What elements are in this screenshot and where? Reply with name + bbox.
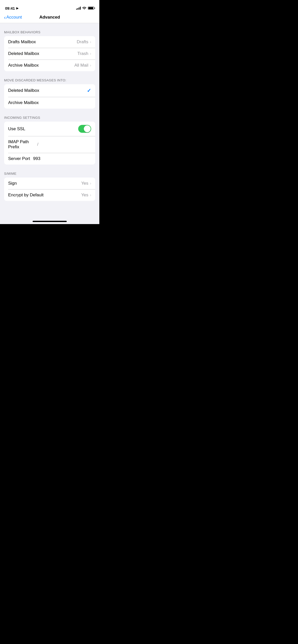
signal-icon <box>76 7 81 10</box>
server-port-row[interactable]: Server Port <box>4 153 95 165</box>
smime-header: S/MIME <box>0 172 99 178</box>
phone-frame: 09:41 ▶ ‹ Acco <box>0 0 99 224</box>
wifi-icon <box>82 6 86 10</box>
deleted-mailbox-checkmark-icon: ✓ <box>87 87 91 94</box>
incoming-settings-section: INCOMING SETTINGS Use SSL IMAP Path Pref… <box>0 116 99 165</box>
deleted-mailbox-option-row[interactable]: Deleted Mailbox ✓ <box>4 84 95 97</box>
smime-card: Sign Yes › Encrypt by Default Yes › <box>4 178 95 201</box>
home-bar <box>33 221 67 222</box>
home-indicator <box>0 218 99 224</box>
status-icons <box>76 6 94 10</box>
drafts-mailbox-value: Drafts › <box>77 39 91 45</box>
server-port-label: Server Port <box>8 156 30 161</box>
use-ssl-row: Use SSL <box>4 122 95 136</box>
encrypt-by-default-label: Encrypt by Default <box>8 193 44 198</box>
sign-value: Yes › <box>81 181 91 186</box>
mailbox-behaviors-card: Drafts Mailbox Drafts › Deleted Mailbox … <box>4 36 95 71</box>
move-discarded-card: Deleted Mailbox ✓ Archive Mailbox <box>4 84 95 109</box>
drafts-mailbox-row[interactable]: Drafts Mailbox Drafts › <box>4 36 95 48</box>
sign-value-text: Yes <box>81 181 88 186</box>
encrypt-by-default-value: Yes › <box>81 193 91 198</box>
sign-row[interactable]: Sign Yes › <box>4 178 95 189</box>
drafts-mailbox-label: Drafts Mailbox <box>8 39 36 45</box>
mailbox-behaviors-header: MAILBOX BEHAVIORS <box>0 30 99 36</box>
incoming-settings-card: Use SSL IMAP Path Prefix Server Port <box>4 122 95 165</box>
sign-chevron-icon: › <box>90 181 91 186</box>
smime-section: S/MIME Sign Yes › Encrypt by Default Yes… <box>0 172 99 201</box>
back-label: Account <box>6 15 22 20</box>
imap-path-prefix-input[interactable] <box>37 142 91 147</box>
toggle-thumb <box>84 125 91 132</box>
time-label: 09:41 <box>5 6 15 10</box>
encrypt-chevron-icon: › <box>90 193 91 197</box>
archive-chevron-icon: › <box>90 63 91 68</box>
archive-mailbox-value: All Mail › <box>74 63 91 68</box>
imap-path-prefix-label: IMAP Path Prefix <box>8 139 34 150</box>
status-bar: 09:41 ▶ <box>0 0 99 13</box>
deleted-mailbox-option-label: Deleted Mailbox <box>8 88 39 93</box>
use-ssl-toggle[interactable] <box>78 125 91 133</box>
drafts-chevron-icon: › <box>90 40 91 44</box>
encrypt-value-text: Yes <box>81 193 88 198</box>
deleted-value-text: Trash <box>77 51 88 56</box>
encrypt-by-default-row[interactable]: Encrypt by Default Yes › <box>4 189 95 201</box>
imap-path-prefix-row[interactable]: IMAP Path Prefix <box>4 136 95 153</box>
content-area: MAILBOX BEHAVIORS Drafts Mailbox Drafts … <box>0 23 99 218</box>
archive-mailbox-option-row[interactable]: Archive Mailbox <box>4 97 95 109</box>
deleted-chevron-icon: › <box>90 51 91 56</box>
drafts-value-text: Drafts <box>77 39 88 45</box>
incoming-settings-header: INCOMING SETTINGS <box>0 116 99 122</box>
sign-label: Sign <box>8 181 17 186</box>
mailbox-behaviors-section: MAILBOX BEHAVIORS Drafts Mailbox Drafts … <box>0 30 99 71</box>
move-discarded-header: MOVE DISCARDED MESSAGES INTO: <box>0 78 99 84</box>
use-ssl-label: Use SSL <box>8 126 25 131</box>
deleted-mailbox-value: Trash › <box>77 51 91 56</box>
location-arrow-icon: ▶ <box>16 7 18 10</box>
archive-mailbox-row[interactable]: Archive Mailbox All Mail › <box>4 60 95 71</box>
deleted-mailbox-label: Deleted Mailbox <box>8 51 39 56</box>
back-chevron-icon: ‹ <box>4 15 6 20</box>
nav-bar: ‹ Account Advanced <box>0 13 99 23</box>
move-discarded-section: MOVE DISCARDED MESSAGES INTO: Deleted Ma… <box>0 78 99 109</box>
status-time: 09:41 ▶ <box>5 6 18 10</box>
back-button[interactable]: ‹ Account <box>4 15 22 20</box>
page-title: Advanced <box>39 15 60 20</box>
archive-mailbox-option-label: Archive Mailbox <box>8 100 39 105</box>
archive-mailbox-label: Archive Mailbox <box>8 63 39 68</box>
battery-icon <box>88 7 94 10</box>
archive-value-text: All Mail <box>74 63 88 68</box>
server-port-input[interactable] <box>33 156 87 161</box>
deleted-mailbox-row[interactable]: Deleted Mailbox Trash › <box>4 48 95 60</box>
